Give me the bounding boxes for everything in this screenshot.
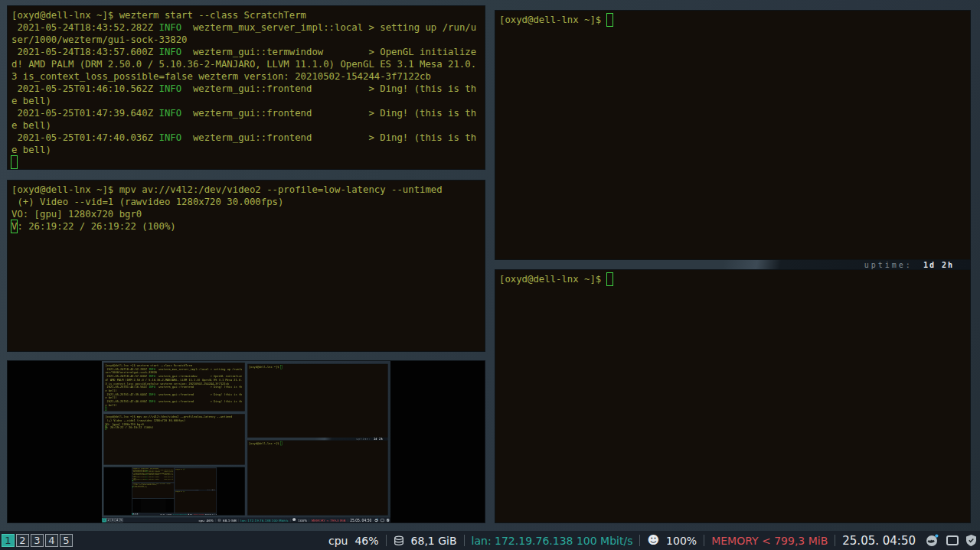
mpv-video-window[interactable]: [oxyd@dell-lnx ~]$ wezterm start --class… [104, 467, 245, 516]
terminal-output-right-top: [oxyd@dell-lnx ~]$ [495, 11, 970, 259]
uptime-value: 1d 2h [923, 261, 954, 269]
workspace-button-4[interactable]: 4 [45, 534, 58, 547]
terminal-window-wezterm-log[interactable]: [oxyd@dell-lnx ~]$ wezterm start --class… [104, 363, 245, 411]
text-segment: d! AMD PALM (DRM 2.50.0 / 5.10.36-2-MANJ… [11, 59, 476, 70]
window-tray-icon[interactable] [214, 514, 214, 515]
cpu-label: cpu [198, 519, 204, 522]
terminal-output-right-bottom: [oxyd@dell-lnx ~]$ [248, 441, 388, 515]
terminal-output-mpv: [oxyd@dell-lnx ~]$ mpv av://v4l2:/dev/vi… [104, 415, 245, 465]
terminal-line: e bell) [11, 95, 481, 107]
text-segment: wezterm_gui::frontend > Ding! (this is t… [148, 477, 173, 477]
shield-tray-icon[interactable] [387, 519, 390, 522]
cpu-value: 46% [354, 535, 378, 547]
text-segment: 2021-05-24T18:43:57.600Z [11, 47, 159, 57]
workspace-button-5[interactable]: 5 [137, 514, 138, 515]
terminal-line: [oxyd@dell-lnx ~]$ mpv av://v4l2:/dev/vi… [11, 184, 481, 196]
text-segment: INFO [149, 393, 155, 396]
workspace-button-2[interactable]: 2 [16, 534, 29, 547]
text-segment: VO: [gpu] 1280x720 bgr0 [11, 209, 142, 220]
clock[interactable]: 25.05. 04:50 [350, 518, 371, 522]
workspace-button-5[interactable]: 5 [119, 519, 123, 522]
terminal-output-wezterm-log: [oxyd@dell-lnx ~]$ wezterm start --class… [104, 363, 245, 411]
memory-used-status: 68,1 GiB [166, 514, 172, 515]
text-segment: INFO [159, 83, 182, 94]
terminal-window-wezterm-log[interactable]: [oxyd@dell-lnx ~]$ wezterm start --class… [7, 5, 485, 170]
terminal-window-right-top[interactable]: [oxyd@dell-lnx ~]$ [247, 364, 387, 438]
terminal-window-mpv-command[interactable]: [oxyd@dell-lnx ~]$ mpv av://v4l2:/dev/vi… [104, 414, 245, 464]
workspace-button-3[interactable]: 3 [31, 534, 44, 547]
terminal-line: [oxyd@dell-lnx ~]$ [249, 365, 387, 369]
shield-tray-icon[interactable] [216, 514, 217, 515]
disk-icon [217, 519, 220, 522]
text-segment: INFO [159, 108, 182, 119]
terminal-line: 2021-05-25T01:47:40.036Z INFO wezterm_gu… [105, 400, 243, 404]
workspace-button-1[interactable]: 1 [2, 534, 15, 547]
text-segment: INFO [159, 132, 182, 143]
terminal-window-mpv-command[interactable]: [oxyd@dell-lnx ~]$ mpv av://v4l2:/dev/vi… [7, 180, 485, 352]
workspace-button-5[interactable]: 5 [60, 534, 73, 547]
workspace-button-1[interactable]: 1 [103, 519, 106, 522]
cpu-value: 46% [207, 519, 214, 522]
text-segment: 2021-05-25T01:47:40.036Z [11, 132, 159, 143]
text-segment: wezterm_gui::frontend > Ding! (this is t… [155, 386, 242, 389]
memory-used-value: 68,1 GiB [168, 514, 172, 515]
uptime-label: uptime: [864, 261, 913, 269]
text-segment: (+) Video --vid=1 (rawvideo 1280x720 30.… [11, 197, 283, 207]
terminal-line: 2021-05-25T01:47:39.640Z INFO wezterm_gu… [105, 392, 243, 396]
taskbar: 1 2 3 4 5 cpu 46% 68,1 GiB [102, 517, 390, 522]
separator [704, 535, 704, 546]
window-tray-icon[interactable] [946, 535, 959, 545]
window-tray-icon[interactable] [381, 519, 384, 522]
terminal-line: VO: [gpu] 1280x720 bgr0 [11, 208, 481, 220]
video-pillarbox: [oxyd@dell-lnx ~]$ wezterm start --class… [102, 361, 390, 522]
status-area: cpu 46% 68,1 GiB lan: 172.19.76.138 100 … [198, 518, 390, 522]
system-tray [212, 514, 217, 515]
cpu-status: cpu 46% [328, 535, 379, 547]
system-tray [374, 519, 389, 522]
terminal-window-right-top[interactable]: [oxyd@dell-lnx ~]$ [495, 10, 971, 260]
uptime-bar: uptime: 1d 2h [495, 260, 971, 269]
memory-warning: MEMORY < 799,3 MiB [711, 535, 828, 547]
lan-status: lan: 172.19.76.138 100 Mbit/s [173, 514, 187, 515]
text-segment: [oxyd@dell-lnx ~]$ [499, 274, 607, 285]
workspace-button-4[interactable]: 4 [115, 519, 119, 522]
terminal-window-mpv-command[interactable]: [oxyd@dell-lnx ~]$ mpv av://v4l2:/dev/vi… [132, 483, 174, 498]
cursor-block [11, 155, 18, 169]
nextcloud-tray-icon[interactable] [212, 514, 213, 515]
nextcloud-tray-icon[interactable] [926, 534, 939, 547]
text-segment: wezterm_gui::frontend > Ding! (this is t… [148, 475, 173, 476]
clock[interactable]: 25.05. 04:50 [205, 514, 211, 516]
text-segment: wezterm_gui::frontend > Ding! (this is t… [155, 393, 242, 396]
text-segment: [oxyd@dell-lnx ~]$ [175, 491, 185, 492]
cursor-block [280, 441, 283, 445]
clock[interactable]: 25.05. 04:50 [842, 534, 916, 548]
terminal-line: V: 26:19:22 / 26:19:22 (100%) [105, 426, 243, 430]
workspace-button-3[interactable]: 3 [111, 519, 115, 522]
shield-tray-icon[interactable] [966, 535, 976, 546]
terminal-window-right-top[interactable]: [oxyd@dell-lnx ~]$ [175, 468, 216, 490]
terminal-window-wezterm-log[interactable]: [oxyd@dell-lnx ~]$ wezterm start --class… [132, 468, 174, 483]
mpv-video-window[interactable] [132, 499, 174, 513]
terminal-line: 2021-05-25T01:47:40.036Z INFO wezterm_gu… [11, 132, 481, 144]
terminal-line [132, 481, 173, 482]
battery-smiley-icon: ☻ [647, 535, 659, 546]
terminal-line: [oxyd@dell-lnx ~]$ [249, 441, 387, 445]
cursor-block [185, 469, 185, 470]
terminal-window-right-bottom[interactable]: [oxyd@dell-lnx ~]$ [247, 441, 387, 516]
battery-status: ☻ 100% [188, 514, 193, 515]
cursor-block [105, 407, 107, 411]
workspace-button-2[interactable]: 2 [106, 519, 110, 522]
terminal-output-mpv: [oxyd@dell-lnx ~]$ mpv av://v4l2:/dev/vi… [132, 483, 174, 498]
terminal-line: [oxyd@dell-lnx ~]$ [499, 14, 966, 26]
terminal-window-right-bottom[interactable]: [oxyd@dell-lnx ~]$ [495, 269, 971, 523]
video-pillarbox: [oxyd@dell-lnx ~]$ wezterm start --class… [132, 467, 217, 515]
text-segment: [oxyd@dell-lnx ~]$ [175, 469, 185, 470]
terminal-window-right-bottom[interactable]: [oxyd@dell-lnx ~]$ [175, 491, 216, 513]
nextcloud-tray-icon[interactable] [374, 519, 378, 522]
text-segment: INFO [149, 400, 155, 403]
mpv-video-window[interactable]: [oxyd@dell-lnx ~]$ wezterm start --class… [7, 360, 485, 523]
recursive-desktop-preview: [oxyd@dell-lnx ~]$ wezterm start --class… [132, 467, 217, 515]
text-segment: ser/1000/wezterm/gui-sock-33820 [11, 34, 188, 45]
text-segment: wezterm_mux_server_impl::local > setting… [155, 368, 242, 371]
taskbar: 1 2 3 4 5 cpu 46% 68,1 GiB [0, 531, 980, 550]
